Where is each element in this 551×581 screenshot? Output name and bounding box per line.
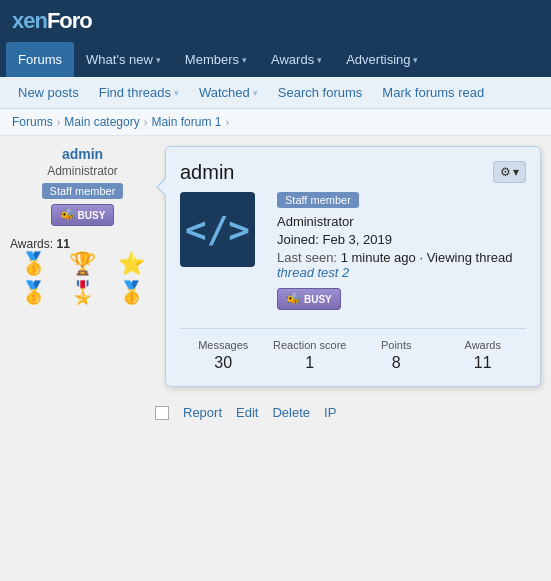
chevron-icon: ▾ [253, 88, 258, 98]
breadcrumb-sep: › [225, 116, 229, 128]
profile-busy: 🐝 BUSY [277, 288, 526, 316]
subnav-new-posts[interactable]: New posts [8, 77, 89, 108]
stat-messages: Messages 30 [180, 339, 267, 372]
chevron-icon: ▾ [242, 55, 247, 65]
award-item: 🎖️ [59, 280, 105, 306]
profile-last-seen: Last seen: 1 minute ago · Viewing thread… [277, 250, 526, 280]
sidebar: admin Administrator Staff member 🐝 BUSY … [10, 146, 155, 387]
stat-points-label: Points [353, 339, 440, 351]
bee-icon: 🐝 [286, 292, 301, 306]
delete-link[interactable]: Delete [272, 405, 310, 420]
stat-reaction-label: Reaction score [267, 339, 354, 351]
subnav-mark-read[interactable]: Mark forums read [372, 77, 494, 108]
nav-advertising[interactable]: Advertising ▾ [334, 42, 430, 77]
bee-icon: 🐝 [60, 208, 75, 222]
sidebar-role: Administrator [10, 164, 155, 178]
stat-awards: Awards 11 [440, 339, 527, 372]
breadcrumb-main-category[interactable]: Main category [64, 115, 139, 129]
avatar-icon: </> [185, 209, 250, 250]
nav-whats-new[interactable]: What's new ▾ [74, 42, 173, 77]
gear-button[interactable]: ⚙ ▾ [493, 161, 526, 183]
edit-link[interactable]: Edit [236, 405, 258, 420]
profile-staff-badge: Staff member [277, 192, 359, 208]
main-nav: Forums What's new ▾ Members ▾ Awards ▾ A… [0, 42, 551, 77]
award-item: 🏆 [59, 251, 105, 277]
nav-awards[interactable]: Awards ▾ [259, 42, 334, 77]
award-item: 🥇 [10, 280, 56, 306]
thread-link[interactable]: thread test 2 [277, 265, 349, 280]
chevron-icon: ▾ [174, 88, 179, 98]
awards-count: 11 [56, 237, 69, 251]
ip-link[interactable]: IP [324, 405, 336, 420]
awards-label: Awards: 11 [10, 237, 70, 251]
subnav-find-threads[interactable]: Find threads ▾ [89, 77, 189, 108]
profile-busy-badge: 🐝 BUSY [277, 288, 341, 310]
stat-messages-value: 30 [180, 354, 267, 372]
bottom-bar: Report Edit Delete IP [0, 397, 551, 424]
chevron-icon: ▾ [317, 55, 322, 65]
logo-foro: Foro [47, 8, 92, 33]
stat-reaction-value: 1 [267, 354, 354, 372]
subnav-watched[interactable]: Watched ▾ [189, 77, 268, 108]
breadcrumb-sep: › [144, 116, 148, 128]
sidebar-busy-badge: 🐝 BUSY [51, 204, 115, 226]
sidebar-user: admin Administrator Staff member 🐝 BUSY … [10, 146, 155, 306]
breadcrumb-forums[interactable]: Forums [12, 115, 53, 129]
award-item: 🥇 [109, 280, 155, 306]
stat-awards-value: 11 [440, 354, 527, 372]
nav-members[interactable]: Members ▾ [173, 42, 259, 77]
chevron-down-icon: ▾ [513, 165, 519, 179]
report-link[interactable]: Report [183, 405, 222, 420]
stat-messages-label: Messages [180, 339, 267, 351]
gear-icon: ⚙ [500, 165, 511, 179]
awards-section: Awards: 11 [10, 236, 155, 251]
award-item: 🥇 [10, 251, 56, 277]
stats-row: Messages 30 Reaction score 1 Points 8 Aw… [180, 328, 526, 372]
sub-nav: New posts Find threads ▾ Watched ▾ Searc… [0, 77, 551, 109]
stat-awards-label: Awards [440, 339, 527, 351]
breadcrumb-sep: › [57, 116, 61, 128]
awards-grid: 🥇 🏆 ⭐ 🥇 🎖️ 🥇 [10, 251, 155, 306]
profile-joined: Joined: Feb 3, 2019 [277, 232, 526, 247]
subnav-search-forums[interactable]: Search forums [268, 77, 373, 108]
profile-info: Staff member Administrator Joined: Feb 3… [277, 192, 526, 316]
breadcrumb-main-forum[interactable]: Main forum 1 [151, 115, 221, 129]
select-checkbox[interactable] [155, 406, 169, 420]
avatar: </> [180, 192, 255, 267]
stat-points-value: 8 [353, 354, 440, 372]
logo-xen: xen [12, 8, 47, 33]
nav-forums[interactable]: Forums [6, 42, 74, 77]
profile-header: admin ⚙ ▾ [180, 161, 526, 184]
profile-popup: admin ⚙ ▾ </> Staff member Administrator… [165, 146, 541, 387]
sidebar-username[interactable]: admin [10, 146, 155, 162]
chevron-icon: ▾ [413, 55, 418, 65]
profile-details-row: </> Staff member Administrator Joined: F… [180, 192, 526, 316]
stat-reaction-score: Reaction score 1 [267, 339, 354, 372]
logo[interactable]: xenForo [12, 8, 92, 34]
breadcrumb: Forums › Main category › Main forum 1 › [0, 109, 551, 136]
profile-role: Administrator [277, 214, 526, 229]
stat-points: Points 8 [353, 339, 440, 372]
award-item: ⭐ [109, 251, 155, 277]
main-content: admin Administrator Staff member 🐝 BUSY … [0, 136, 551, 397]
chevron-icon: ▾ [156, 55, 161, 65]
sidebar-staff-badge: Staff member [42, 183, 124, 199]
profile-name: admin [180, 161, 234, 184]
header: xenForo [0, 0, 551, 42]
